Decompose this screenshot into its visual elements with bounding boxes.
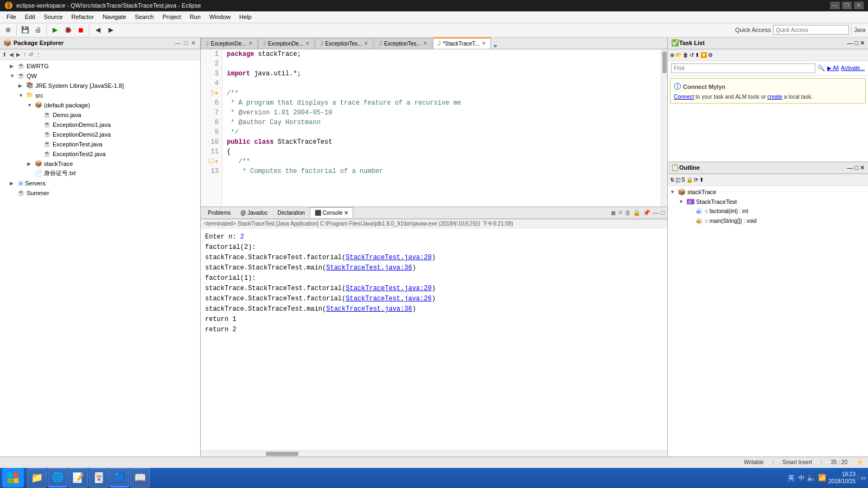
pex-forward[interactable]: ▶ [15,52,22,57]
link-factorial-20-2[interactable]: StackTraceTest.java:20 [346,285,431,292]
taskbar-app4[interactable]: 🃏 [89,468,108,487]
link-main-36-1[interactable]: StackTraceTest.java:36 [326,264,412,272]
tree-item-stacktrace[interactable]: ▶ 📦 stackTrace [0,159,200,169]
pex-refresh[interactable]: ↺ [28,52,34,57]
tree-item-jre[interactable]: ▶ 📚 JRE System Library [JavaSE-1.8] [0,81,200,91]
tab-stacktrace[interactable]: J *StackTraceT... ✕ [433,37,491,49]
connect-link[interactable]: Connect [674,94,694,100]
menu-search[interactable]: Search [131,11,158,23]
tree-item-exctest[interactable]: ☕ ExceptionTest.java [0,139,200,149]
task-filter-all[interactable]: ▶ All [827,65,839,71]
task-delete[interactable]: 🗑 [683,52,688,58]
clock[interactable]: 18:23 2018/10/25 [828,471,856,485]
taskbar-app6[interactable]: 📖 [130,468,150,487]
run-button[interactable]: ▶ [49,24,61,36]
tab-declaration[interactable]: Declaration [272,207,310,218]
tab-exc-te-2[interactable]: J ExceptionTes... ✕ [374,38,432,49]
print-button[interactable]: 🖨 [32,24,44,36]
pex-up[interactable]: ↑ [22,52,27,57]
tree-item-ewrtg[interactable]: ▶ ☕ EWRTG [0,61,200,71]
task-search-input[interactable] [671,63,815,73]
console-clear[interactable]: 🗑 [624,209,631,216]
pex-collapse[interactable]: ⬆ [1,52,8,57]
console-maximize[interactable]: □ [660,209,665,216]
tab-exc-de-1[interactable]: J ExceptionDe... ✕ [201,38,258,49]
outline-collapse[interactable]: ⬆ [699,177,704,183]
tree-item-default-pkg[interactable]: ▼ 📦 (default package) [0,100,200,110]
outline-sort[interactable]: ⇅ [670,177,674,183]
tree-item-excdemo1[interactable]: ☕ ExceptionDemo1.java [0,120,200,130]
tab-exc-de-2-close[interactable]: ✕ [305,41,310,46]
taskbar-app5[interactable]: 🔵 [110,468,129,487]
outline-item-class[interactable]: ▼ C StackTraceTest [668,197,868,207]
outline-minimize[interactable]: — [847,164,853,171]
link-main-36-2[interactable]: StackTraceTest.java:36 [326,305,412,313]
console-remove[interactable]: ✕ [617,209,623,216]
close-button[interactable]: ✕ [854,2,864,9]
link-factorial-20-1[interactable]: StackTraceTest.java:20 [346,254,431,261]
scrollbar-thumb-v[interactable] [662,52,667,73]
tab-javadoc[interactable]: @ Javadoc [235,207,272,218]
minimize-button[interactable]: — [830,2,840,9]
taskbar-file-explorer[interactable]: 📁 [27,468,47,487]
tab-exc-te-1-close[interactable]: ✕ [364,41,368,46]
tree-item-idcard[interactable]: 📄 身份证号.txt [0,169,200,178]
console-stop[interactable]: ◼ [610,209,616,216]
console-scroll-lock[interactable]: 🔒 [633,209,641,216]
outline-hide-fields[interactable]: ◫ [675,177,680,183]
pkg-minimize-button[interactable]: — [174,40,182,47]
editor-scrollbar-v[interactable] [661,49,667,207]
menu-project[interactable]: Project [158,11,185,23]
outline-hide-static[interactable]: S [681,177,685,183]
task-search-icon[interactable]: 🔍 [818,65,825,72]
outline-close[interactable]: ✕ [860,164,865,171]
taskbar-chrome[interactable]: 🌐 [48,468,67,487]
status-more[interactable]: ⚡ [856,459,864,466]
console-hscroll-thumb[interactable] [266,452,298,456]
task-list-maximize[interactable]: □ [854,40,858,46]
menu-source[interactable]: Source [40,11,67,23]
tree-item-servers[interactable]: ▶ 🖥 Servers [0,178,200,188]
start-button[interactable] [2,468,24,487]
outline-sync[interactable]: ⟳ [694,177,698,183]
menu-file[interactable]: File [2,11,21,23]
quick-access-input[interactable] [773,25,849,35]
pex-back[interactable]: ◀ [8,52,15,57]
tab-overflow[interactable]: » [492,42,499,49]
tab-exc-te-2-close[interactable]: ✕ [423,41,427,46]
outline-item-factorial[interactable]: m S factorial(int) : int [668,207,868,216]
task-activate[interactable]: Activate... [841,65,865,71]
console-pin[interactable]: 📌 [642,209,651,216]
save-button[interactable]: 💾 [19,24,31,36]
new-button[interactable]: ⊕ [2,24,14,36]
link-factorial-26[interactable]: StackTraceTest.java:26 [346,295,431,303]
perspective-java[interactable]: Java [854,24,866,36]
outline-hide-nonpublic[interactable]: 🔒 [686,177,693,183]
tab-problems[interactable]: Problems [203,207,235,218]
console-minimize[interactable]: — [652,209,659,216]
outline-maximize[interactable]: □ [854,164,858,171]
menu-navigate[interactable]: Navigate [98,11,130,23]
pex-menu[interactable]: ⋮ [35,52,42,57]
back-button[interactable]: ◀ [92,24,104,36]
tree-item-demo[interactable]: ☕ Demo.java [0,110,200,120]
pkg-maximize-button[interactable]: □ [183,40,189,47]
menu-window[interactable]: Window [205,11,235,23]
console-h-scrollbar[interactable] [201,450,667,457]
tab-stacktrace-close[interactable]: ✕ [482,41,486,46]
tree-item-qw[interactable]: ▼ ☕ QW [0,71,200,81]
task-settings[interactable]: ⚙ [708,52,713,58]
task-list-close[interactable]: ✕ [860,40,865,46]
tab-exc-de-1-close[interactable]: ✕ [248,41,253,46]
tree-item-exctest2[interactable]: ☕ ExceptionTest2.java [0,149,200,159]
task-filter[interactable]: 🔽 [700,52,707,58]
task-new[interactable]: ⊕ [670,52,674,58]
restore-button[interactable]: ❐ [842,2,852,9]
task-list-minimize[interactable]: — [847,40,853,46]
tree-item-src[interactable]: ▼ 📁 src [0,91,200,100]
menu-refactor[interactable]: Refactor [67,11,99,23]
task-refresh[interactable]: ↺ [690,52,694,58]
outline-item-pkg[interactable]: ▼ 📦 stackTrace [668,187,868,197]
task-collapse[interactable]: ⬆ [695,52,699,58]
forward-button[interactable]: ▶ [105,24,117,36]
